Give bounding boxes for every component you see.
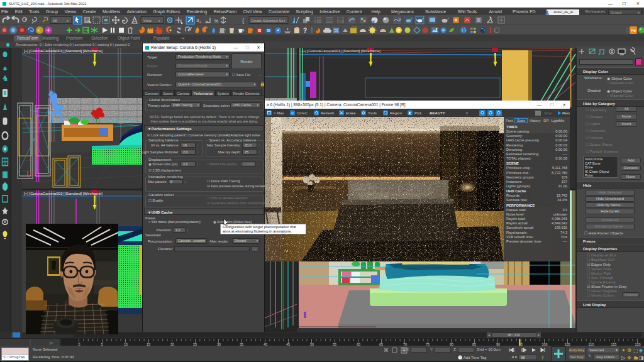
svg-text:?: ? <box>303 27 307 34</box>
svg-text:All: All <box>53 19 57 23</box>
svg-text:▾: ▾ <box>466 111 468 115</box>
svg-text:◈: ◈ <box>639 348 643 353</box>
svg-text:Pick: Pick <box>414 111 422 115</box>
svg-text:Region: Region <box>390 111 402 115</box>
svg-text:Render: Render <box>562 111 570 115</box>
svg-text:⚙: ⚙ <box>627 348 631 353</box>
svg-text:◨: ◨ <box>639 355 644 361</box>
svg-text:Tools: Tools <box>368 111 377 115</box>
svg-text:{: { <box>242 18 244 24</box>
svg-text:Create Selection Se: Create Selection Se <box>251 19 284 23</box>
svg-text:Refresh: Refresh <box>321 111 334 115</box>
svg-text:⬚: ⬚ <box>633 348 638 353</box>
svg-text:▷: ▷ <box>621 355 626 361</box>
svg-text:i: i <box>496 29 496 33</box>
svg-text:Ctrl+C: Ctrl+C <box>297 111 308 115</box>
svg-text:🖿: 🖿 <box>633 355 638 361</box>
svg-text:[+] [CoronaCamera001] [Standar: [+] [CoronaCamera001] [Standard] [Wirefr… <box>302 49 380 53</box>
svg-text:View: View <box>143 19 152 23</box>
svg-text:Stop: Stop <box>544 111 552 115</box>
svg-text:I<: I< <box>49 341 54 346</box>
svg-text:2: 2 <box>199 20 201 24</box>
svg-text:C: C <box>291 111 294 115</box>
svg-text:K: K <box>38 28 41 33</box>
svg-text:✦: ✦ <box>621 348 626 353</box>
svg-text:> Max: > Max <box>274 111 284 115</box>
svg-text:BEAUTY: BEAUTY <box>430 111 446 115</box>
svg-text:Erase: Erase <box>346 111 356 115</box>
svg-text:[+] [CoronaCamera001] [Standar: [+] [CoronaCamera001] [Standard] [Wirefr… <box>24 192 103 195</box>
svg-text:Fe: Fe <box>631 28 636 33</box>
svg-text:%: % <box>214 18 218 24</box>
svg-text:[+] [CoronaCamera001] [Standar: [+] [CoronaCamera001] [Standard] [Wirefr… <box>24 49 103 53</box>
svg-text:✥: ✥ <box>627 355 631 361</box>
